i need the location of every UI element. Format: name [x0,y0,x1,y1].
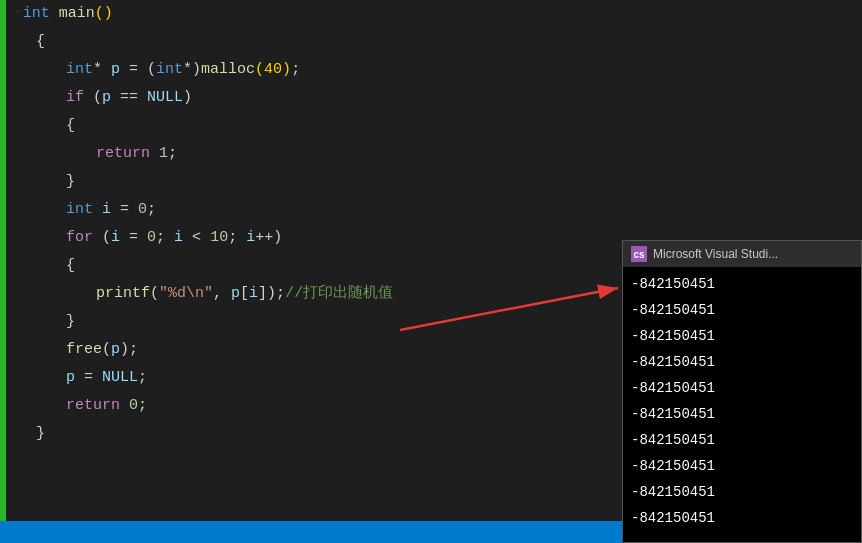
code-line-8: int i = 0 ; [6,196,862,224]
code-line-4: if ( p == NULL ) [6,84,862,112]
terminal-output-7: -842150451 [631,427,853,453]
terminal-output-6: -842150451 [631,401,853,427]
editor-area: ⁻ int main () { int * p = ( int *) mallo… [0,0,862,543]
terminal-icon: cs [631,246,647,262]
code-line-6: return 1 ; [6,140,862,168]
svg-line-1 [400,288,618,330]
fold-icon-1[interactable]: ⁻ [14,0,21,28]
terminal-output-1: -842150451 [631,271,853,297]
terminal-titlebar: cs Microsoft Visual Studi... [623,241,861,267]
code-line-7: } [6,168,862,196]
terminal-output-10: -842150451 [631,505,853,531]
code-line-2: { [6,28,862,56]
terminal-output-9: -842150451 [631,479,853,505]
terminal-output-8: -842150451 [631,453,853,479]
terminal-output-3: -842150451 [631,323,853,349]
terminal-title: Microsoft Visual Studi... [653,247,778,261]
terminal-body: -842150451 -842150451 -842150451 -842150… [623,267,861,542]
terminal-icon-label: cs [633,249,644,260]
code-line-1: ⁻ int main () [6,0,862,28]
code-line-3: int * p = ( int *) malloc (40) ; [6,56,862,84]
red-arrow [400,280,630,340]
terminal-window: cs Microsoft Visual Studi... -842150451 … [622,240,862,543]
terminal-output-5: -842150451 [631,375,853,401]
code-line-5: { [6,112,862,140]
terminal-output-4: -842150451 [631,349,853,375]
terminal-output-2: -842150451 [631,297,853,323]
